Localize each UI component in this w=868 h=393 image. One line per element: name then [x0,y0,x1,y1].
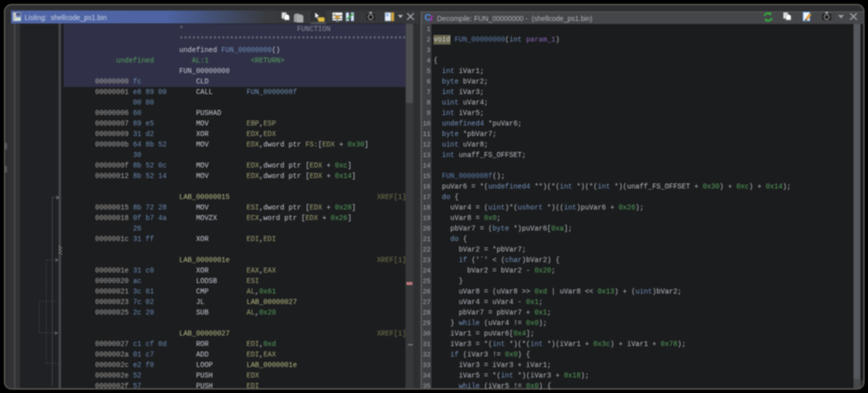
svg-text:C: C [424,12,431,22]
